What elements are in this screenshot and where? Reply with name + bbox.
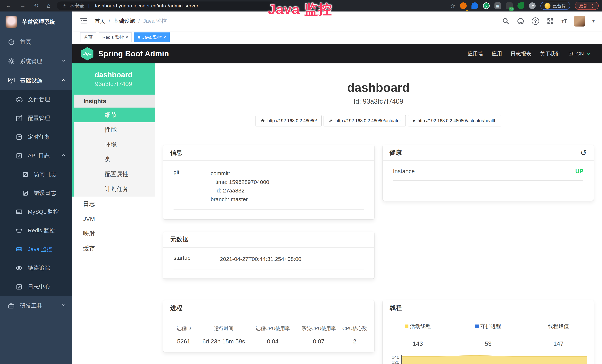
instance-name: dashboard — [95, 71, 132, 79]
chevron-down-icon — [61, 58, 66, 64]
browser-home-button[interactable]: ⌂ — [47, 2, 50, 9]
monitor-chart-icon — [8, 77, 15, 84]
browser-reload-button[interactable]: ↻ — [34, 2, 39, 9]
sidebar-item-java-monitor[interactable]: Java 监控 — [0, 240, 72, 259]
url-text[interactable]: dashboard.yudao.iocoder.cn/infra/admin-s… — [93, 3, 198, 9]
sba-menu-scheduled-tasks[interactable]: 计划任务 — [74, 182, 155, 197]
sba-menu-mappings[interactable]: 映射 — [72, 226, 155, 241]
chevron-up-icon — [61, 153, 66, 159]
sba-menu-details[interactable]: 细节 — [74, 107, 155, 122]
search-icon[interactable] — [502, 17, 509, 25]
breadcrumb-current: Java 监控 — [143, 17, 167, 25]
legend-swatch-blue — [475, 324, 479, 328]
sidebar-item-dev-tools[interactable]: 研发工具 — [0, 296, 72, 315]
not-secure-warning-icon: ⚠ — [62, 3, 66, 9]
heart-icon: ♥ — [412, 118, 415, 124]
extension-icon[interactable] — [460, 2, 467, 9]
address-bar[interactable]: ⚠ 不安全 | dashboard.yudao.iocoder.cn/infra… — [57, 1, 276, 10]
sidebar-item-mysql-monitor[interactable]: MySQL 监控 — [0, 203, 72, 221]
log-edit-icon — [22, 171, 29, 178]
close-icon[interactable]: × — [126, 35, 128, 40]
sba-nav-journal[interactable]: 日志报表 — [511, 50, 531, 57]
instance-title: dashboard — [155, 80, 602, 95]
extension-icon[interactable]: y — [483, 2, 490, 9]
browser-back-button[interactable]: ← — [6, 2, 11, 9]
sidebar-item-scheduled-job[interactable]: 定时任务 — [0, 128, 72, 146]
sba-menu-configprops[interactable]: 配置属性 — [74, 167, 155, 182]
eye-icon — [16, 265, 23, 272]
process-cpu-value: 0.04 — [249, 338, 297, 345]
sba-instance-block[interactable]: dashboard 93a3fc7f7409 — [72, 64, 155, 95]
sidebar-submenu-infrastructure: 文件管理 配置管理 定时任务 API 日志 访问日志 — [0, 90, 72, 296]
sba-menu-classes[interactable]: 类 — [74, 152, 155, 167]
process-card-title: 进程 — [170, 304, 183, 312]
sidebar-item-log-center[interactable]: 日志中心 — [0, 278, 72, 296]
browser-update-button[interactable]: 更新 ⋮ — [575, 2, 599, 10]
github-icon[interactable] — [517, 17, 524, 25]
paused-extension-pill[interactable]: 已暂停 — [540, 2, 570, 10]
task-list-icon — [16, 134, 23, 140]
extension-grid-icon[interactable]: ▦ — [494, 2, 501, 9]
avatar-caret-icon[interactable]: ▾ — [592, 19, 595, 24]
browser-forward-button[interactable]: → — [20, 2, 26, 9]
sba-menu-environment[interactable]: 环境 — [74, 137, 155, 152]
extension-leaf-icon[interactable] — [517, 2, 524, 9]
sidebar-item-home[interactable]: 首页 — [0, 32, 72, 52]
metadata-card-title: 元数据 — [170, 235, 189, 244]
sidebar-item-trace[interactable]: 链路追踪 — [0, 259, 72, 278]
sidebar-item-file-manage[interactable]: 文件管理 — [0, 90, 72, 109]
process-table: 进程ID 运行时间 进程CPU使用率 系统CPU使用率 CPU核心数 5261 … — [163, 316, 374, 345]
app-logo-row[interactable]: 芋道管理系统 — [0, 11, 72, 32]
sba-menu-metrics[interactable]: 性能 — [74, 122, 155, 137]
tab-home[interactable]: 首页 — [80, 32, 97, 42]
sba-language-select[interactable]: zh-CN — [569, 51, 591, 57]
sidebar-item-access-log[interactable]: 访问日志 — [0, 165, 72, 184]
sba-menu-jvm[interactable]: JVM — [72, 211, 155, 226]
health-card: 健康 ↺ Instance UP — [383, 145, 594, 201]
sidebar-item-system[interactable]: 系统管理 — [0, 52, 72, 71]
info-git-row: git commit: time: 1596289704000 id: 27aa… — [173, 161, 364, 210]
help-icon[interactable]: ? — [532, 17, 539, 25]
layers-icon — [16, 227, 23, 234]
sidebar-item-api-log[interactable]: API 日志 — [0, 146, 72, 165]
sba-nav-applications[interactable]: 应用 — [492, 50, 502, 57]
sba-menu-logfile[interactable]: 日志 — [72, 197, 155, 211]
threads-card: 线程 活动线程 143 守护进程 53 — [383, 300, 594, 364]
sidebar-fold-icon[interactable] — [80, 17, 87, 25]
breadcrumb-home[interactable]: 首页 — [95, 17, 105, 25]
sidebar-item-error-log[interactable]: 错误日志 — [0, 184, 72, 203]
sba-nav-wall[interactable]: 应用墙 — [468, 50, 483, 57]
endpoint-actuator-button[interactable]: http://192.168.0.2:48080/actuator — [323, 115, 406, 127]
endpoint-health-button[interactable]: ♥ http://192.168.0.2:48080/actuator/heal… — [408, 115, 501, 127]
fullscreen-icon[interactable] — [547, 17, 554, 25]
process-card: 进程 进程ID 运行时间 进程CPU使用率 系统CPU使用率 CPU核心数 — [163, 300, 374, 352]
extensions-puzzle-icon[interactable]: ⚮ — [529, 2, 536, 9]
not-secure-label[interactable]: 不安全 — [70, 3, 84, 9]
font-size-icon[interactable]: тT — [561, 18, 567, 24]
user-avatar[interactable] — [574, 16, 585, 27]
sidebar-item-infrastructure[interactable]: 基础设施 — [0, 71, 72, 90]
dashboard-icon — [8, 38, 15, 45]
endpoint-root-button[interactable]: http://192.168.0.2:48080/ — [256, 115, 322, 127]
sba-instance-sidebar: dashboard 93a3fc7f7409 Insights 细节 性能 环境… — [72, 64, 155, 364]
log-edit-icon — [16, 152, 23, 159]
legend-swatch-yellow — [405, 324, 408, 328]
cpu-cores-value: 2 — [341, 338, 369, 345]
edit-icon — [16, 115, 23, 122]
sba-nav-about[interactable]: 关于我们 — [540, 50, 561, 57]
extension-pin-icon[interactable] — [472, 2, 478, 9]
sidebar-item-config-manage[interactable]: 配置管理 — [0, 109, 72, 128]
kebab-menu-icon[interactable]: ⋮ — [590, 3, 595, 8]
history-icon[interactable]: ↺ — [580, 149, 587, 157]
tab-java-monitor[interactable]: Java 监控× — [134, 32, 170, 42]
sidebar-item-redis-monitor[interactable]: Redis 监控 — [0, 221, 72, 240]
extension-icon[interactable]: on — [506, 2, 513, 9]
bookmark-star-icon[interactable]: ☆ — [450, 3, 455, 9]
breadcrumb-section[interactable]: 基础设施 — [113, 17, 135, 25]
sba-menu-section-insights: Insights — [74, 95, 155, 107]
close-icon[interactable]: × — [163, 35, 166, 40]
sba-menu-caches[interactable]: 缓存 — [72, 241, 155, 256]
tab-redis-monitor[interactable]: Redis 监控× — [99, 32, 132, 42]
app-title: 芋道管理系统 — [22, 18, 55, 26]
info-card-title: 信息 — [170, 149, 183, 157]
